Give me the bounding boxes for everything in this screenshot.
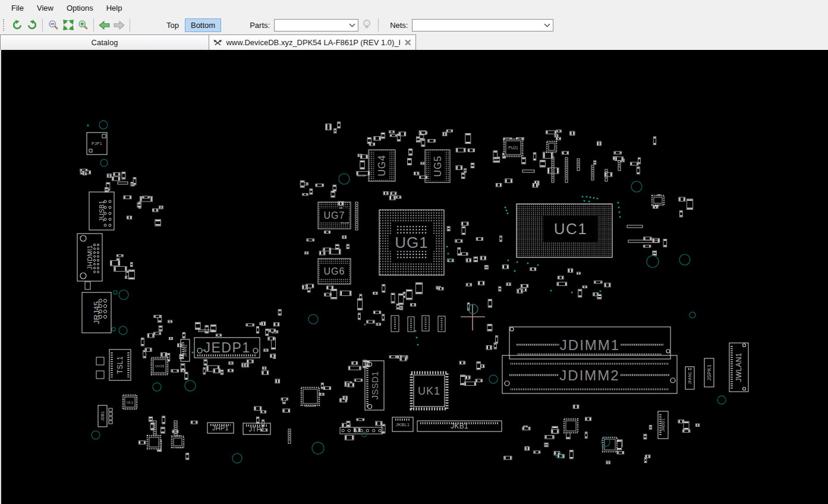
svg-text:JTP1: JTP1 [249, 426, 265, 433]
component-UG6[interactable]: UG6 [318, 259, 351, 284]
component-JSSD1[interactable]: JSSD1 [365, 361, 384, 410]
svg-text:JFAN2: JFAN2 [183, 344, 187, 357]
component-JKB1[interactable]: JKB1 [417, 421, 502, 431]
component-JDIMM2[interactable]: JDIMM2 [502, 355, 677, 393]
parts-combobox[interactable] [274, 19, 358, 32]
svg-text:JUSB1: JUSB1 [98, 200, 105, 222]
toolbar-separator [42, 18, 43, 32]
component-JWLAN1[interactable]: JWLAN1 [729, 343, 748, 392]
rotate-ccw-icon[interactable] [10, 18, 24, 33]
nets-combobox[interactable] [412, 19, 553, 32]
component-JFAN2[interactable]: JFAN2 [181, 339, 190, 361]
menu-file[interactable]: File [5, 2, 30, 14]
component-JSPK1[interactable]: JSPK1 [704, 358, 714, 387]
parts-label: Parts: [250, 21, 270, 30]
svg-text:JHDD1: JHDD1 [661, 418, 665, 432]
toolbar-grip[interactable] [3, 19, 7, 31]
qfn-components-layer [147, 141, 664, 452]
svg-text:UG5: UG5 [433, 156, 443, 177]
svg-text:JFAN1: JFAN1 [688, 371, 692, 384]
component-UC1[interactable]: UC1 [517, 204, 612, 257]
component-JHP1[interactable]: JHP1 [207, 423, 234, 433]
component-JHDMI1[interactable]: JHDMI1 [77, 234, 102, 289]
chevron-down-icon [349, 23, 355, 27]
svg-text:UG1: UG1 [395, 234, 428, 251]
toolbar-separator [93, 18, 94, 32]
svg-text:JRJ45: JRJ45 [92, 301, 101, 324]
board-drawing[interactable]: PJP1JUSB1JHDMI1JRJ45TSL1JDB1JFAN2JEDP1JH… [1, 50, 828, 504]
component-UG7[interactable]: UG7 [318, 202, 351, 229]
tab-strip: Catalog www.DeviceDB.xyz_DPK54 LA-F861P … [0, 34, 828, 50]
toolbar-separator [378, 18, 379, 32]
svg-text:PJP1: PJP1 [92, 141, 102, 146]
component-UV15[interactable]: UV15 [152, 358, 168, 374]
component-JUSB1[interactable]: JUSB1 [89, 192, 114, 230]
svg-text:JSSD1: JSSD1 [370, 371, 380, 399]
tab-catalog-label: Catalog [92, 38, 118, 47]
svg-text:UG6: UG6 [324, 266, 345, 276]
nets-input[interactable] [413, 20, 544, 31]
component-UG5[interactable]: UG5 [425, 150, 450, 182]
svg-text:JDB1: JDB1 [100, 411, 105, 421]
svg-text:JDIMM1: JDIMM1 [560, 337, 620, 353]
svg-text:JHDMI1: JHDMI1 [86, 245, 93, 270]
chevron-down-icon [544, 23, 550, 27]
svg-text:JKBL1: JKBL1 [396, 422, 410, 427]
nets-label: Nets: [390, 21, 408, 30]
svg-text:UG4: UG4 [377, 155, 387, 177]
dotted-connector[interactable] [340, 427, 383, 434]
zoom-in-icon[interactable] [75, 18, 90, 33]
bulb-icon[interactable] [362, 19, 372, 32]
crosshair-marker [461, 304, 485, 330]
component-UK1[interactable]: UK1 [411, 373, 447, 409]
component-UG4[interactable]: UG4 [369, 150, 395, 181]
component-JEDP1[interactable]: JEDP1 [194, 338, 260, 358]
svg-text:JHP1: JHP1 [212, 424, 229, 431]
component-UG1[interactable]: UG1 [379, 210, 444, 275]
svg-text:TSL1: TSL1 [116, 356, 124, 374]
component-JDIMM1[interactable]: JDIMM1 [509, 327, 670, 359]
svg-text:UK1: UK1 [418, 385, 440, 397]
tab-boardview-file[interactable]: www.DeviceDB.xyz_DPK54 LA-F861P (REV 1.0… [209, 34, 416, 50]
nav-back-icon[interactable] [97, 18, 112, 33]
toolbar: Top Bottom Parts: Nets: [0, 15, 828, 34]
menu-bar: File View Options Help [0, 0, 828, 15]
toolbar-separator [130, 18, 130, 32]
svg-text:JSPK1: JSPK1 [706, 364, 712, 381]
svg-text:UG7: UG7 [324, 210, 345, 220]
rotate-cw-icon[interactable] [24, 18, 39, 33]
zoom-out-icon[interactable] [46, 18, 61, 33]
component-JKBL1[interactable]: JKBL1 [392, 417, 413, 431]
tab-catalog[interactable]: Catalog [0, 34, 209, 50]
parts-input[interactable] [275, 20, 349, 31]
svg-text:UL1: UL1 [127, 401, 134, 404]
component-JFAN1[interactable]: JFAN1 [685, 367, 694, 389]
svg-text:JKB1: JKB1 [451, 422, 468, 430]
svg-text:UC1: UC1 [554, 220, 588, 238]
component-TSL1[interactable]: TSL1 [96, 349, 131, 380]
component-JHDD1[interactable]: JHDD1 [658, 411, 668, 439]
component-UL1[interactable]: UL1 [123, 395, 137, 409]
svg-text:JEDP1: JEDP1 [203, 340, 250, 355]
svg-text:JDIMM2: JDIMM2 [559, 367, 619, 383]
boardview-canvas[interactable]: PJP1JUSB1JHDMI1JRJ45TSL1JDB1JFAN2JEDP1JH… [0, 50, 828, 504]
tab-boardview-label: www.DeviceDB.xyz_DPK54 LA-F861P (REV 1.0… [226, 38, 399, 47]
component-JRJ45[interactable]: JRJ45 [82, 292, 111, 333]
zoom-fit-icon[interactable] [61, 18, 75, 33]
menu-options[interactable]: Options [60, 2, 100, 14]
nav-forward-icon[interactable] [112, 18, 127, 33]
menu-help[interactable]: Help [100, 2, 129, 14]
component-JDB1[interactable]: JDB1 [98, 405, 112, 427]
component-PJP1[interactable]: PJP1 [87, 133, 107, 155]
bar-components-layer [118, 157, 659, 443]
svg-text:PU21: PU21 [508, 146, 518, 150]
svg-text:UV15: UV15 [155, 364, 165, 368]
top-side-button[interactable]: Top [160, 18, 185, 32]
flip-board-icon [213, 39, 222, 47]
bottom-side-button[interactable]: Bottom [185, 18, 221, 32]
close-icon[interactable] [404, 39, 412, 46]
component-PU21[interactable]: PU21 [504, 139, 522, 156]
svg-text:JWLAN1: JWLAN1 [735, 352, 743, 382]
menu-view[interactable]: View [30, 2, 60, 14]
